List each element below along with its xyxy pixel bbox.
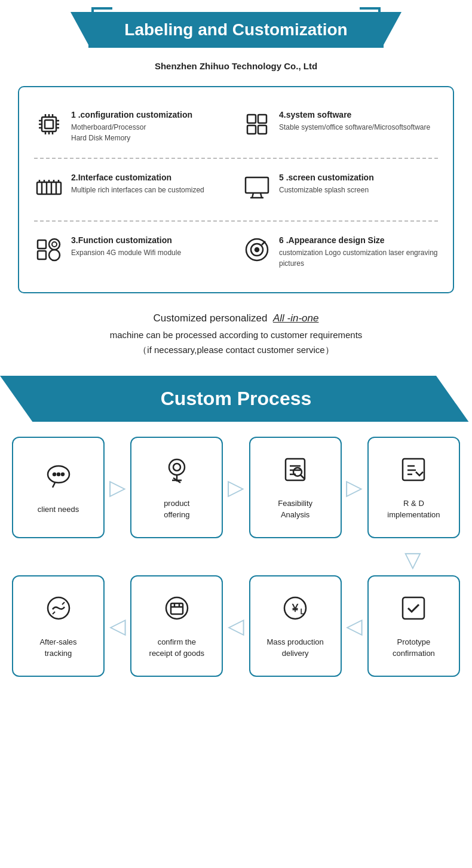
- svg-point-55: [293, 468, 302, 476]
- svg-rect-33: [38, 240, 46, 249]
- svg-text:L: L: [301, 608, 305, 616]
- svg-point-46: [169, 459, 185, 475]
- box-icon: [161, 593, 192, 630]
- custom-item-5: 5 .screen customization Customizable spl…: [236, 162, 444, 217]
- customization-grid-3: 3.Function customization Expansion 4G mo…: [28, 225, 444, 280]
- svg-text:¥: ¥: [292, 602, 299, 614]
- custom-title-6: 6 .Appearance design Size: [279, 235, 438, 245]
- svg-rect-1: [45, 120, 53, 128]
- rd-icon: [398, 454, 429, 492]
- banner-title: Labeling and Customization: [124, 20, 347, 39]
- process-card-feasibility: FeasibilityAnalysis: [249, 437, 342, 538]
- subtitle: Shenzhen Zhihuo Technology Co., Ltd: [0, 61, 472, 71]
- arrow-down-container: ▽: [12, 544, 460, 575]
- svg-line-56: [301, 475, 304, 479]
- custom-desc-2: Multiple rich interfaces can be customiz…: [71, 185, 204, 195]
- chat-icon: [43, 460, 74, 498]
- cpu-icon: [34, 110, 64, 144]
- custom-item-2: 2.Interface customization Multiple rich …: [28, 162, 236, 217]
- description-section: Customized personalized All -in-one mach…: [0, 299, 472, 364]
- desc-line3: （if necessary,please contact customer se…: [18, 342, 454, 358]
- aftersales-label: After-salestracking: [39, 636, 76, 660]
- custom-item-4: 4.system software Stable system/office s…: [236, 99, 444, 155]
- divider-1: [34, 158, 438, 159]
- divider-2: [34, 220, 438, 222]
- customization-grid: 1 .configuration customization Motherboa…: [28, 99, 444, 155]
- custom-title-1: 1 .configuration customization: [71, 110, 192, 119]
- svg-point-47: [173, 464, 180, 471]
- header-section: Labeling and Customization Shenzhen Zhih…: [0, 0, 472, 80]
- svg-rect-14: [247, 115, 256, 123]
- arrow-down: ▽: [404, 547, 421, 572]
- svg-rect-28: [246, 177, 268, 193]
- process-flow: client needs ▷ productoffering ▷: [0, 422, 472, 698]
- svg-point-62: [166, 597, 188, 619]
- custom-item-1: 1 .configuration customization Motherboa…: [28, 99, 236, 155]
- feasibility-label: FeasibilityAnalysis: [278, 498, 312, 521]
- custom-title-2: 2.Interface customization: [71, 173, 204, 182]
- mass-production-label: Mass productiondelivery: [266, 636, 323, 660]
- check-icon: [398, 593, 429, 630]
- custom-item-6: 6 .Appearance design Size customization …: [236, 225, 444, 280]
- offering-icon: [161, 454, 192, 492]
- arrow-right-1: ▷: [109, 475, 126, 500]
- apps-icon: [242, 110, 272, 144]
- arrow-left-3: ◁: [346, 614, 363, 639]
- rd-label: R & Dimplementation: [387, 498, 440, 521]
- monitor-icon: [242, 173, 272, 207]
- svg-point-45: [62, 473, 64, 476]
- arrow-left-2: ◁: [228, 614, 244, 639]
- custom-desc-5: Customizable splash screen: [279, 185, 374, 195]
- custom-text-6: 6 .Appearance design Size customization …: [279, 235, 438, 269]
- customization-grid-2: 2.Interface customization Multiple rich …: [28, 162, 444, 217]
- process-card-prototype: Prototypeconfirmation: [367, 575, 460, 677]
- ram-icon: [34, 173, 64, 207]
- custom-title-5: 5 .screen customization: [279, 173, 374, 182]
- svg-rect-70: [403, 597, 424, 619]
- svg-point-35: [49, 250, 60, 260]
- process-title: Custom Process: [161, 388, 312, 409]
- custom-text-3: 3.Function customization Expansion 4G mo…: [71, 235, 181, 258]
- desc-line2: machine can be processed according to cu…: [18, 327, 454, 343]
- custom-title-4: 4.system software: [279, 110, 430, 119]
- svg-rect-15: [258, 115, 266, 123]
- process-card-mass-production: ¥ L Mass productiondelivery: [249, 575, 342, 677]
- confirm-receipt-label: confirm thereceipt of goods: [149, 636, 205, 660]
- arrow-left-1: ◁: [109, 614, 126, 639]
- process-card-rd: R & Dimplementation: [367, 437, 460, 538]
- custom-desc-1: Motherboard/ProcessorHard Disk Memory: [71, 122, 192, 143]
- svg-rect-18: [37, 182, 61, 194]
- function-icon: [34, 235, 64, 269]
- desc-allinone: All -in-one: [273, 312, 319, 324]
- arrow-right-2: ▷: [228, 475, 244, 500]
- svg-rect-16: [247, 125, 256, 134]
- desc-line1: Customized personalized All -in-one: [18, 310, 454, 327]
- client-needs-label: client needs: [38, 504, 79, 516]
- content-box: 1 .configuration customization Motherboa…: [18, 86, 454, 293]
- banner-bg: Labeling and Customization: [88, 12, 383, 48]
- process-row-2: After-salestracking ◁ confirm thereceipt…: [12, 575, 460, 677]
- svg-point-43: [53, 473, 56, 476]
- svg-line-42: [53, 483, 55, 487]
- handshake-icon: [43, 593, 74, 630]
- svg-rect-63: [171, 603, 183, 614]
- prototype-label: Prototypeconfirmation: [393, 636, 435, 660]
- custom-text-2: 2.Interface customization Multiple rich …: [71, 173, 204, 195]
- custom-item-3: 3.Function customization Expansion 4G mo…: [28, 225, 236, 280]
- process-card-aftersales: After-salestracking: [12, 575, 105, 677]
- product-offering-label: productoffering: [164, 498, 189, 521]
- custom-text-4: 4.system software Stable system/office s…: [279, 110, 430, 133]
- process-card-client-needs: client needs: [12, 437, 105, 538]
- money-icon: ¥ L: [280, 593, 311, 630]
- custom-desc-6: customization Logo customization laser e…: [279, 247, 438, 269]
- custom-desc-3: Expansion 4G module Wifi module: [71, 247, 181, 258]
- svg-rect-32: [38, 251, 46, 259]
- svg-point-39: [255, 248, 259, 251]
- process-card-product-offering: productoffering: [130, 437, 223, 538]
- svg-point-34: [49, 239, 60, 250]
- custom-text-1: 1 .configuration customization Motherboa…: [71, 110, 192, 143]
- custom-text-5: 5 .screen customization Customizable spl…: [279, 173, 374, 195]
- hdd-icon: [242, 235, 272, 269]
- custom-desc-4: Stable system/office software/Microsofts…: [279, 122, 430, 133]
- process-header: Custom Process: [0, 376, 472, 422]
